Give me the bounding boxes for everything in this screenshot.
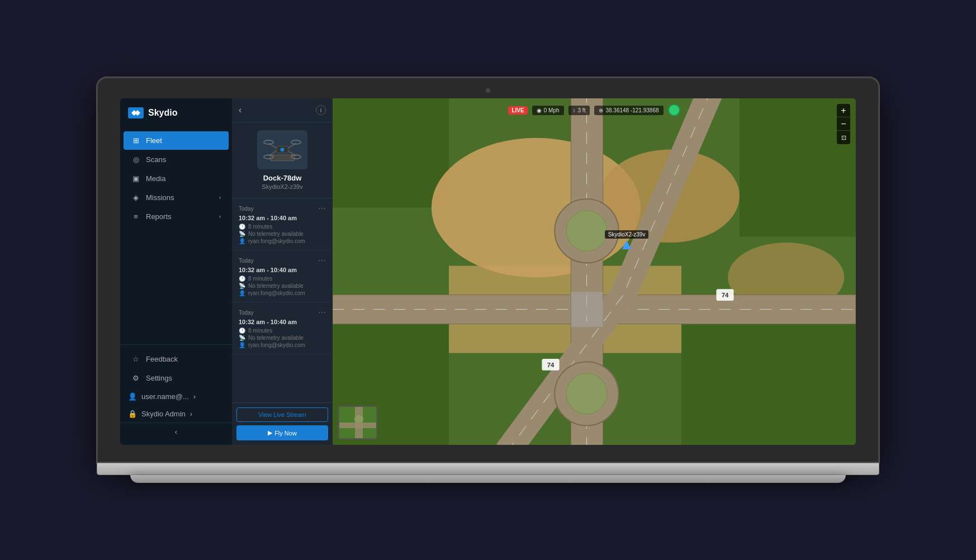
flight-duration-0: 🕐 8 minutes [239,224,326,230]
fly-now-button[interactable]: ▶ Fly Now [236,425,328,440]
flight-header-0: Today ⋯ [239,204,326,213]
flight-date-2: Today [239,310,254,316]
laptop-base [97,463,879,475]
sidebar-label-media: Media [146,174,165,183]
missions-icon: ◈ [131,193,140,202]
sidebar-item-media[interactable]: ▣ Media [124,169,229,188]
flight-meta-2: 🕐 8 minutes 📡 No telemetry available 👤 r… [239,328,326,348]
user-account[interactable]: 👤 user.name@... › [120,388,232,405]
flight-user-0: 👤 ryan.fong@skydio.com [239,238,326,244]
sidebar-item-reports[interactable]: ≡ Reports › [124,207,229,226]
drone-image [257,130,307,169]
svg-text:74: 74 [547,362,555,368]
panel-header: ‹ i [232,98,333,122]
flights-list: Today ⋯ 10:32 am - 10:40 am 🕐 8 minutes … [232,198,333,402]
collapse-sidebar-button[interactable]: ‹ [120,423,232,440]
svg-point-38 [354,415,363,424]
coords-value: 38.36148 -121.93868 [605,107,658,113]
flight-telemetry-0: 📡 No telemetry available [239,231,326,237]
screen: Skydio ⊞ Fleet ◎ Scans ▣ Media [120,98,856,445]
media-icon: ▣ [131,174,140,183]
laptop-container: Skydio ⊞ Fleet ◎ Scans ▣ Media [97,77,879,483]
flight-more-1[interactable]: ⋯ [318,256,326,265]
dock-info: Dock-78dw SkydioX2-z39v [232,122,333,198]
sidebar-label-missions: Missions [146,193,174,202]
coords-stat: ⊕ 38.36148 -121.93868 [594,106,663,115]
back-button[interactable]: ‹ [239,105,241,115]
zoom-reset-button[interactable]: ⊡ [837,131,850,144]
user-small-icon: 👤 [239,238,245,244]
info-button[interactable]: i [316,105,326,115]
logo-text: Skydio [148,108,177,118]
feedback-label: Feedback [146,355,178,363]
flight-card[interactable]: Today ⋯ 10:32 am - 10:40 am 🕐 8 minutes … [232,250,333,302]
scans-icon: ◎ [131,155,140,164]
settings-label: Settings [146,374,172,382]
sidebar-item-fleet[interactable]: ⊞ Fleet [124,131,229,150]
user-name: user.name@... [141,392,189,401]
altitude-stat: ↕ 3 ft [568,106,590,115]
flight-card[interactable]: Today ⋯ 10:32 am - 10:40 am 🕐 8 minutes … [232,198,333,250]
speed-value: 0 Mph [544,107,560,113]
user-icon: 👤 [128,392,137,401]
middle-panel: ‹ i [232,98,333,445]
location-icon: ⊕ [599,107,603,113]
fly-icon: ▶ [268,429,272,436]
sidebar: Skydio ⊞ Fleet ◎ Scans ▣ Media [120,98,232,445]
sidebar-item-scans[interactable]: ◎ Scans [124,150,229,169]
flight-card[interactable]: Today ⋯ 10:32 am - 10:40 am 🕐 8 minutes … [232,302,333,354]
flight-header-2: Today ⋯ [239,308,326,317]
laptop-foot [130,475,846,483]
flight-meta-1: 🕐 8 minutes 📡 No telemetry available 👤 r… [239,276,326,296]
altitude-icon: ↕ [573,107,576,113]
flight-time-2: 10:32 am - 10:40 am [239,319,326,325]
flight-more-2[interactable]: ⋯ [318,308,326,317]
drone-svg [263,135,302,165]
map-zoom-controls: + − ⊡ [837,104,850,144]
sidebar-item-settings[interactable]: ⚙ Settings [124,369,229,387]
org-chevron: › [190,410,192,418]
zoom-out-button[interactable]: − [837,117,850,131]
lock-icon: 🔒 [128,410,137,418]
org-account[interactable]: 🔒 Skydio Admin › [120,405,232,423]
flight-more-0[interactable]: ⋯ [318,204,326,213]
svg-rect-14 [681,324,856,445]
zoom-in-button[interactable]: + [837,104,850,117]
svg-point-10 [281,148,285,151]
flight-duration-2: 🕐 8 minutes [239,328,326,334]
flight-telemetry-1: 📡 No telemetry available [239,283,326,289]
sidebar-nav: ⊞ Fleet ◎ Scans ▣ Media ◈ Missions › [120,127,232,344]
clock-icon: 🕐 [239,328,245,334]
svg-text:74: 74 [722,292,729,298]
org-name: Skydio Admin [141,410,186,418]
sidebar-label-reports: Reports [146,212,172,221]
drone-map-marker: SkydioX2-z39v [605,230,649,249]
reports-icon: ≡ [131,212,140,221]
sidebar-bottom: ☆ Feedback ⚙ Settings 👤 user.name@... › … [120,344,232,445]
view-livestream-button[interactable]: View Live Stream [236,407,328,422]
flight-time-0: 10:32 am - 10:40 am [239,215,326,221]
logo: Skydio [120,98,232,127]
map-area[interactable]: 74 74 LIVE ◉ 0 Mph ↕ 3 ft [333,98,856,445]
svg-point-29 [575,382,599,406]
signal-icon: 📡 [239,335,245,341]
clock-icon: 🕐 [239,224,245,230]
panel-footer: View Live Stream ▶ Fly Now [232,402,333,445]
logo-icon [128,107,144,118]
svg-point-26 [575,219,599,243]
sidebar-item-feedback[interactable]: ☆ Feedback [124,350,229,368]
sidebar-label-scans: Scans [146,155,166,164]
live-badge: LIVE [508,106,527,115]
camera [486,88,490,93]
map-hud: LIVE ◉ 0 Mph ↕ 3 ft ⊕ 38.36148 -121.9386… [333,104,856,116]
status-indicator [668,104,680,116]
fly-label: Fly Now [274,430,297,436]
collapse-icon: ‹ [175,428,177,436]
flight-date-0: Today [239,206,254,212]
drone-arrow [622,240,631,249]
speed-icon: ◉ [537,107,542,113]
flight-telemetry-2: 📡 No telemetry available [239,335,326,341]
sidebar-item-missions[interactable]: ◈ Missions › [124,188,229,207]
reports-chevron: › [219,213,221,220]
user-small-icon: 👤 [239,342,245,348]
